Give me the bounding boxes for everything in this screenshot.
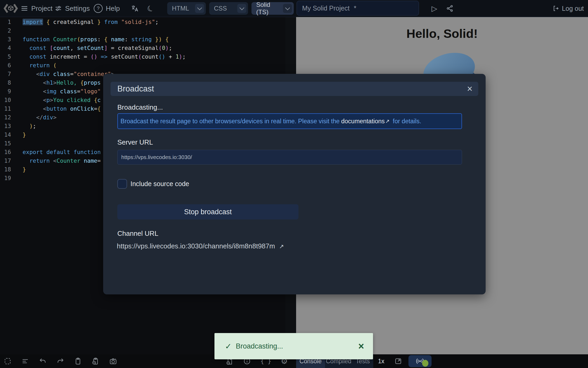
format-code-icon[interactable]	[21, 357, 29, 365]
top-toolbar: Project Settings ? Help ☾	[0, 0, 588, 17]
broadcast-info-box: Broadcast the result page to other brows…	[117, 113, 462, 129]
code-line: 4 const [count, setCount] = createSignal…	[0, 44, 285, 52]
external-link-arrow-icon: ↗	[279, 243, 284, 250]
open-result-window-icon[interactable]	[394, 357, 402, 365]
share-icon	[446, 5, 454, 12]
broadcast-toast: ✓ Broadcasting... ×	[214, 333, 373, 359]
channel-url-label: Channel URL	[117, 229, 158, 238]
info-text-suffix: for details.	[393, 118, 421, 125]
menu-settings[interactable]: Settings	[55, 0, 90, 17]
info-text-prefix: Broadcast the result page to other brows…	[120, 118, 340, 125]
run-icon: ▷	[432, 4, 437, 13]
redo-icon[interactable]	[56, 357, 64, 365]
logout-button[interactable]: Log out	[553, 0, 584, 17]
tab-html-label: HTML	[167, 5, 195, 12]
channel-url-text: https://vps.livecodes.io:3030/channels/i…	[117, 242, 275, 250]
broadcast-status-heading: Broadcasting...	[117, 103, 163, 111]
menu-help-label: Help	[106, 4, 120, 13]
code-line: 6 return (	[0, 61, 285, 70]
undo-icon[interactable]	[39, 357, 47, 365]
channel-url-link[interactable]: https://vps.livecodes.io:3030/channels/i…	[117, 242, 284, 250]
focus-select-icon[interactable]	[4, 357, 12, 365]
chevron-down-icon[interactable]	[283, 4, 292, 13]
tab-solid-ts-label: Solid (TS)	[251, 1, 283, 16]
run-button[interactable]: ▷	[432, 0, 437, 17]
chevron-down-icon[interactable]	[195, 4, 204, 13]
server-url-value: https://vps.livecodes.io:3030/	[121, 154, 192, 160]
project-title-input[interactable]: My Solid Project *	[297, 1, 419, 16]
chevron-down-icon[interactable]	[237, 4, 246, 13]
server-url-label: Server URL	[117, 138, 153, 146]
menu-project-label: Project	[31, 4, 52, 13]
clipboard-icon[interactable]	[74, 357, 82, 365]
broadcast-status-dot	[422, 360, 428, 367]
screenshot-camera-icon[interactable]	[109, 357, 117, 365]
tab-html[interactable]: HTML	[167, 2, 206, 15]
code-line: 1import { createSignal } from "solid-js"…	[0, 18, 285, 26]
editor-tools	[4, 354, 117, 368]
unsaved-indicator: *	[354, 4, 356, 12]
broadcast-modal: Broadcast × Broadcasting... Broadcast th…	[103, 74, 486, 294]
external-link-arrow-icon: ↗	[385, 118, 390, 124]
documentations-link[interactable]: documentations	[341, 118, 385, 125]
toast-message: Broadcasting...	[236, 342, 283, 350]
dark-mode-moon-icon[interactable]: ☾	[144, 0, 157, 18]
code-line: 2	[0, 26, 285, 35]
include-source-checkbox[interactable]	[117, 179, 127, 189]
share-button[interactable]	[446, 0, 454, 17]
code-line: 3function Counter(props: { name: string …	[0, 35, 285, 44]
logout-label: Log out	[562, 5, 584, 12]
logout-icon	[553, 5, 559, 12]
modal-header: Broadcast ×	[111, 82, 478, 96]
translate-icon[interactable]	[131, 0, 139, 17]
result-heading: Hello, Solid!	[296, 26, 588, 41]
toast-close-icon[interactable]: ×	[358, 341, 364, 351]
livecodes-app: Project Settings ? Help ☾	[0, 0, 588, 368]
tab-css-label: CSS	[209, 5, 237, 12]
help-icon: ?	[94, 4, 103, 13]
broadcast-button[interactable]	[408, 355, 432, 367]
tab-css[interactable]: CSS	[209, 2, 248, 15]
zoom-level-button[interactable]: 1x	[378, 354, 384, 368]
hamburger-icon	[21, 5, 28, 12]
server-url-input[interactable]: https://vps.livecodes.io:3030/	[117, 150, 462, 165]
menu-project[interactable]: Project	[21, 0, 52, 17]
code-line: 5 const increment = () => setCount(count…	[0, 52, 285, 61]
check-icon: ✓	[225, 342, 232, 351]
livecodes-logo-icon[interactable]	[3, 0, 18, 17]
tab-solid-ts[interactable]: Solid (TS)	[251, 2, 294, 15]
modal-title: Broadcast	[117, 84, 154, 94]
sliders-icon	[55, 5, 62, 12]
menu-help[interactable]: ? Help	[94, 0, 120, 17]
copy-snippet-icon[interactable]	[92, 357, 99, 365]
project-title: My Solid Project	[302, 4, 350, 12]
close-icon[interactable]: ×	[467, 84, 472, 94]
include-source-label: Include source code	[130, 180, 189, 188]
menu-settings-label: Settings	[65, 4, 90, 13]
stop-broadcast-button[interactable]: Stop broadcast	[117, 204, 298, 219]
